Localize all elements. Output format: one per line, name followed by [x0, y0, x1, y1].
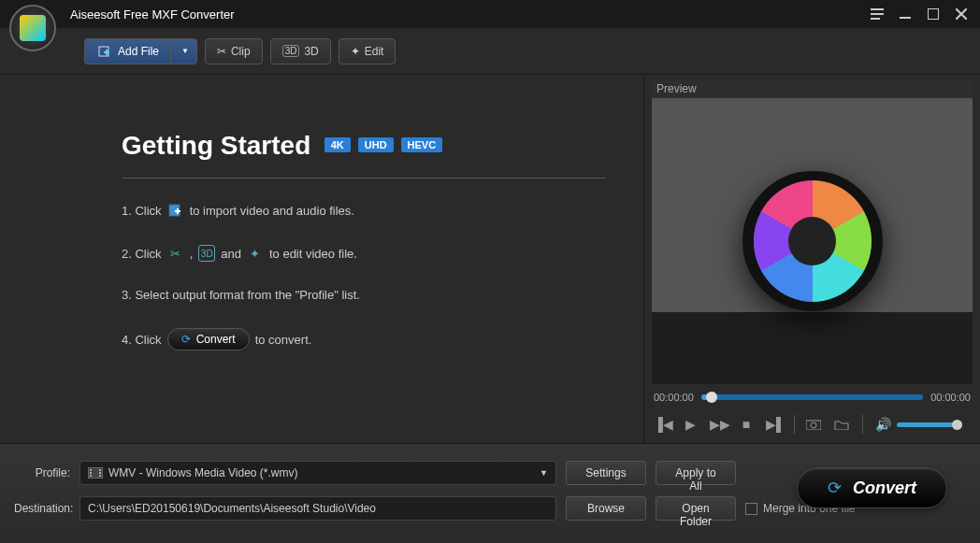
edit-icon: ✦	[351, 45, 360, 58]
step3-text: 3. Select output format from the "Profil…	[122, 288, 360, 302]
time-total: 00:00:00	[930, 392, 971, 403]
svg-rect-20	[99, 472, 101, 474]
volume-icon[interactable]: 🔊	[874, 417, 891, 432]
3d-icon: 3D	[282, 45, 300, 57]
window-controls	[868, 5, 971, 23]
step2-post: to edit video file.	[269, 247, 357, 261]
step4-btn-label: Convert	[196, 333, 236, 346]
volume: 🔊	[874, 417, 962, 432]
refresh-icon: ⟳	[828, 478, 842, 498]
snapshot-button[interactable]	[806, 419, 823, 430]
timeline-track[interactable]	[701, 394, 923, 400]
badge-uhd: UHD	[358, 137, 394, 152]
step1-post: to import video and audio files.	[190, 204, 354, 218]
add-file-icon	[96, 43, 113, 60]
add-file-group: Add File ▼	[84, 38, 197, 64]
toolbar: Add File ▼ ✂ Clip 3D 3D ✦ Edit	[0, 28, 980, 75]
preview-title: Preview	[652, 79, 973, 98]
getting-started: Getting Started 4K UHD HEVC 1. Click to …	[122, 131, 606, 350]
3d-button[interactable]: 3D 3D	[270, 38, 331, 64]
prev-button[interactable]: ▐◀	[654, 417, 670, 432]
svg-rect-1	[871, 13, 884, 15]
scissors-small-icon: ✂	[167, 245, 184, 262]
app-logo	[9, 5, 61, 56]
timeline-thumb[interactable]	[706, 392, 717, 403]
aperture-graphic	[742, 171, 883, 311]
clip-button[interactable]: ✂ Clip	[205, 38, 263, 64]
heading: Getting Started	[122, 131, 310, 161]
edit-small-icon: ✦	[247, 245, 264, 262]
bottom-bar: Profile: WMV - Windows Media Video (*.wm…	[0, 443, 980, 543]
add-file-small-icon	[167, 202, 184, 219]
add-file-button[interactable]: Add File	[84, 38, 170, 64]
edit-button[interactable]: ✦ Edit	[339, 38, 396, 64]
badge-hevc: HEVC	[401, 137, 443, 152]
separator	[794, 415, 795, 434]
step1-pre: 1. Click	[122, 204, 162, 218]
badges: 4K UHD HEVC	[324, 137, 442, 152]
svg-rect-21	[99, 475, 101, 477]
apply-all-button[interactable]: Apply to All	[656, 461, 736, 485]
volume-track[interactable]	[897, 422, 962, 427]
open-folder-button[interactable]: Open Folder	[656, 496, 736, 521]
next-button[interactable]: ▶▌	[766, 417, 783, 432]
convert-label: Convert	[853, 479, 916, 498]
svg-rect-0	[871, 8, 884, 10]
fast-forward-button[interactable]: ▶▶	[710, 417, 727, 432]
menu-icon[interactable]	[868, 5, 886, 23]
3d-small-icon: 3D	[198, 245, 215, 262]
step2-comma: ,	[190, 247, 194, 261]
destination-field[interactable]: C:\Users\ED20150619\Documents\Aiseesoft …	[79, 496, 556, 521]
step-1: 1. Click to import video and audio files…	[122, 202, 606, 219]
svg-rect-2	[871, 18, 880, 20]
browse-button[interactable]: Browse	[566, 496, 646, 521]
app-title: Aiseesoft Free MXF Converter	[70, 7, 235, 21]
svg-rect-3	[900, 17, 911, 19]
svg-rect-19	[99, 469, 101, 471]
destination-value: C:\Users\ED20150619\Documents\Aiseesoft …	[88, 502, 376, 515]
add-file-label: Add File	[118, 45, 159, 58]
minimize-button[interactable]	[896, 5, 915, 23]
stop-button[interactable]: ■	[738, 417, 755, 432]
chevron-down-icon: ▼	[540, 468, 548, 478]
volume-thumb[interactable]	[952, 420, 962, 430]
step4-post: to convert.	[255, 333, 312, 347]
badge-4k: 4K	[324, 137, 351, 152]
play-button[interactable]: ▶	[682, 417, 699, 432]
svg-rect-18	[90, 475, 92, 477]
scissors-icon: ✂	[217, 45, 226, 58]
content-area: Getting Started 4K UHD HEVC 1. Click to …	[0, 75, 643, 443]
3d-label: 3D	[304, 45, 318, 58]
convert-pill: ⟳ Convert	[167, 328, 250, 350]
title-bar: Aiseesoft Free MXF Converter	[0, 0, 980, 28]
clip-label: Clip	[231, 45, 251, 58]
time-current: 00:00:00	[654, 392, 694, 403]
preview-viewport	[652, 98, 973, 384]
player-controls: ▐◀ ▶ ▶▶ ■ ▶▌ 🔊	[652, 410, 973, 443]
preview-panel: Preview 00:00:00 00:00:00 ▐◀ ▶ ▶▶ ■ ▶▌ 🔊	[643, 75, 980, 443]
separator	[862, 415, 863, 434]
open-snapshot-folder-button[interactable]	[834, 419, 851, 430]
step-2: 2. Click ✂ , 3D and ✦ to edit video file…	[122, 245, 606, 262]
svg-rect-4	[928, 8, 939, 20]
maximize-button[interactable]	[924, 5, 943, 23]
timeline: 00:00:00 00:00:00	[652, 384, 973, 410]
step-4: 4. Click ⟳ Convert to convert.	[122, 328, 606, 350]
profile-value: WMV - Windows Media Video (*.wmv)	[108, 466, 298, 479]
divider	[122, 178, 606, 179]
merge-checkbox[interactable]	[745, 503, 757, 515]
refresh-icon: ⟳	[181, 333, 191, 346]
step2-pre: 2. Click	[122, 247, 162, 261]
svg-rect-17	[90, 472, 92, 474]
settings-button[interactable]: Settings	[566, 461, 646, 485]
step2-and: and	[221, 247, 241, 261]
edit-label: Edit	[365, 45, 384, 58]
svg-rect-16	[90, 469, 92, 471]
convert-button[interactable]: ⟳ Convert	[797, 467, 947, 508]
close-button[interactable]	[952, 5, 971, 23]
step-3: 3. Select output format from the "Profil…	[122, 288, 606, 302]
add-file-dropdown[interactable]: ▼	[170, 38, 197, 64]
step4-pre: 4. Click	[122, 333, 162, 347]
destination-label: Destination:	[14, 502, 70, 515]
profile-select[interactable]: WMV - Windows Media Video (*.wmv) ▼	[79, 461, 556, 485]
